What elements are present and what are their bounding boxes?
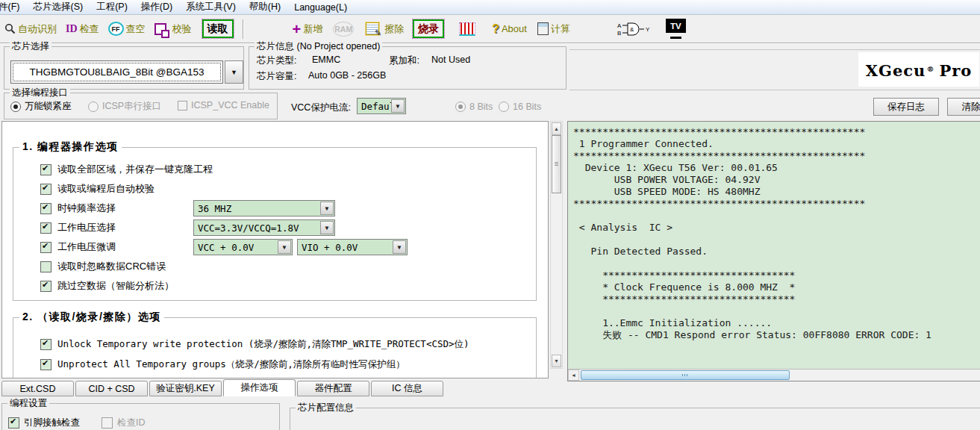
dropdown-arrow-icon[interactable] — [320, 202, 334, 215]
vio-trim-value: VIO + 0.0V — [302, 242, 358, 253]
pin-detect-button[interactable] — [459, 22, 475, 36]
option-label: Unlock Temporary write protection (烧录/擦除… — [57, 338, 469, 351]
burn-button[interactable]: 烧录 — [413, 19, 444, 38]
tab-verify-key[interactable]: 验证密钥.KEY — [149, 381, 222, 396]
auto-identify-label: 自动识别 — [18, 22, 57, 36]
id-check-button[interactable]: ID 检查 — [66, 22, 99, 36]
checkbox-pin-contact-check[interactable]: 引脚接触检查 — [8, 417, 80, 429]
radio-icon — [499, 102, 509, 112]
clear-log-button[interactable]: 清除 — [947, 98, 980, 116]
add-new-label: 新增 — [303, 22, 322, 36]
menu-chip-select[interactable]: 芯片选择(S) — [26, 0, 90, 14]
chip-select-dropdown-arrow[interactable] — [225, 60, 243, 84]
checkbox-icon[interactable] — [40, 242, 52, 253]
dropdown-arrow-icon[interactable] — [391, 99, 405, 113]
brand-name: XGecu — [866, 61, 926, 80]
dropdown-arrow-icon[interactable] — [320, 221, 334, 234]
option-row-skip-blank[interactable]: 跳过空数据（智能分析法） — [13, 276, 536, 296]
add-new-button[interactable]: + 新增 — [293, 22, 323, 36]
option-label: 工作电压微调 — [57, 240, 193, 254]
log-horizontal-scrollbar[interactable] — [568, 369, 980, 381]
question-icon: ? — [492, 22, 499, 36]
options-vertical-scrollbar[interactable] — [550, 121, 563, 369]
radio-universal-socket-label: 万能锁紧座 — [25, 100, 72, 113]
dropdown-arrow-icon[interactable] — [278, 240, 291, 254]
about-label: About — [502, 23, 527, 34]
chip-select-group-title: 芯片选择 — [10, 41, 52, 52]
calculator-label: 计算 — [551, 22, 570, 36]
read-button[interactable]: 读取 — [202, 19, 234, 38]
option-label: 时钟频率选择 — [57, 202, 193, 215]
about-button[interactable]: ? About — [492, 22, 527, 36]
erase-button[interactable]: 擦除 — [366, 22, 404, 36]
menu-operation[interactable]: 操作(D) — [134, 0, 179, 14]
clock-freq-select[interactable]: 36 MHZ — [193, 200, 335, 216]
tab-ext-csd[interactable]: Ext.CSD — [1, 381, 74, 396]
clock-freq-value: 36 MHZ — [198, 203, 231, 214]
checkbox-icon[interactable] — [40, 184, 52, 195]
checkbox-icon[interactable] — [40, 222, 52, 234]
work-voltage-value: VCC=3.3V/VCCQ=1.8V — [198, 222, 299, 234]
checksum-label: 累加和: — [389, 54, 419, 67]
checkbox-icon[interactable] — [8, 417, 19, 429]
vcc-trim-select[interactable]: VCC + 0.0V — [193, 239, 293, 255]
menu-project[interactable]: 工程(P) — [90, 0, 134, 14]
checkbox-icon[interactable] — [40, 339, 52, 350]
verify-button[interactable]: 校验 — [155, 22, 192, 36]
tab-cid-csd[interactable]: CID + CSD — [75, 381, 148, 396]
vcc-trim-value: VCC + 0.0V — [198, 242, 254, 253]
option-row-unlock-tmp[interactable]: Unlock Temporary write protection (烧录/擦除… — [13, 334, 536, 355]
menu-system-tools[interactable]: 系统工具(V) — [179, 0, 243, 14]
checkbox-icon[interactable] — [40, 261, 52, 272]
logic-gate-button[interactable]: A B & Y — [617, 21, 652, 37]
checkbox-icon[interactable] — [40, 203, 52, 214]
option-row-work-voltage[interactable]: 工作电压选择 VCC=3.3V/VCCQ=1.8V — [13, 218, 536, 237]
vcc-current-select[interactable]: Default — [357, 98, 406, 114]
checkbox-icon[interactable] — [40, 164, 52, 175]
chip-select-combo[interactable]: THGBMGTOU8LBAIG_8Bit @BGA153 — [10, 60, 223, 84]
chip-pins-icon — [459, 22, 475, 36]
dropdown-arrow-icon[interactable] — [393, 240, 406, 254]
checkbox-icon[interactable] — [40, 281, 52, 292]
scrollbar-thumb[interactable] — [552, 135, 561, 193]
scroll-up-arrow[interactable] — [552, 122, 561, 135]
tv-button[interactable]: TV — [666, 19, 686, 39]
option-label: 读取或编程后自动校验 — [57, 182, 155, 196]
auto-identify-button[interactable]: 自动识别 — [4, 22, 57, 36]
option-row-voltage-trim[interactable]: 工作电压微调 VCC + 0.0V VIO + 0.0V — [13, 237, 536, 257]
save-log-button[interactable]: 保存日志 — [873, 98, 939, 116]
option-label: 工作电压选择 — [57, 221, 193, 234]
checkbox-icon[interactable] — [40, 359, 52, 370]
vio-trim-select[interactable]: VIO + 0.0V — [297, 239, 408, 255]
option-label: 跳过空数据（智能分析法） — [57, 279, 174, 293]
menu-help[interactable]: 帮助(H) — [243, 0, 287, 14]
tab-ic-info[interactable]: IC 信息 — [371, 381, 443, 396]
radio-8bits-label: 8 Bits — [469, 102, 493, 112]
option-row-ignore-crc[interactable]: 读取时忽略数据CRC错误 — [13, 257, 536, 276]
option-row-read-all[interactable]: 读取全部区域，并保存一键克隆工程 — [13, 160, 536, 179]
tab-operation-options[interactable]: 操作选项 — [223, 379, 296, 396]
programmer-options-title: 1. 编程器操作选项 — [19, 140, 122, 154]
option-row-clock-freq[interactable]: 时钟频率选择 36 MHZ — [13, 199, 536, 218]
scroll-down-arrow[interactable] — [552, 355, 561, 367]
tv-icon-bar — [670, 37, 681, 39]
magnifier-icon — [4, 23, 16, 34]
scroll-left-arrow[interactable] — [568, 370, 579, 381]
id-check-label: 检查 — [80, 22, 99, 36]
chip-type-value: EMMC — [312, 54, 340, 65]
calculator-button[interactable]: 计算 — [537, 22, 570, 36]
menu-file[interactable]: 件(F) — [0, 0, 26, 14]
tv-icon: TV — [666, 19, 686, 33]
radio-universal-socket[interactable]: 万能锁紧座 — [10, 100, 72, 113]
ram-button: RAM — [333, 22, 354, 37]
checkbox-icsp-vcc: ICSP_VCC Enable — [178, 100, 269, 110]
option-row-unprotect-groups[interactable]: Unprotect All Temporary groups（烧录/擦除前,清除… — [13, 355, 536, 375]
radio-icon[interactable] — [10, 102, 21, 112]
scrollbar-thumb[interactable] — [581, 370, 790, 380]
blank-check-button[interactable]: FF 查空 — [108, 22, 146, 36]
menu-language[interactable]: Language(L) — [287, 0, 354, 14]
erase-label: 擦除 — [384, 22, 404, 36]
option-row-auto-verify[interactable]: 读取或编程后自动校验 — [13, 179, 536, 199]
tab-device-config[interactable]: 器件配置 — [297, 381, 369, 396]
work-voltage-select[interactable]: VCC=3.3V/VCCQ=1.8V — [193, 219, 335, 236]
